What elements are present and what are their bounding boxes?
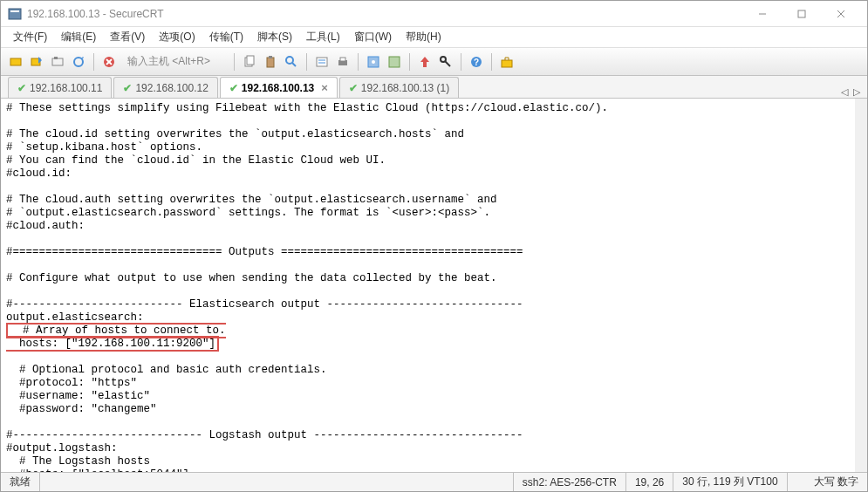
- copy-icon[interactable]: [240, 52, 259, 72]
- statusbar: 就绪 ssh2: AES-256-CTR 19, 26 30 行, 119 列 …: [1, 472, 867, 491]
- toolbar-separator: [93, 53, 94, 71]
- tab-prev-icon[interactable]: ◁: [841, 86, 848, 98]
- menubar: 文件(F) 编辑(E) 查看(V) 选项(O) 传输(T) 脚本(S) 工具(L…: [1, 27, 867, 48]
- sftp-icon[interactable]: [497, 52, 516, 72]
- reconnect-icon[interactable]: [69, 52, 88, 72]
- status-caps: 大写 数字: [805, 473, 867, 491]
- status-cursor-pos: 19, 26: [626, 473, 673, 491]
- menu-window[interactable]: 窗口(W): [349, 28, 397, 46]
- close-button[interactable]: [821, 2, 860, 26]
- svg-rect-27: [389, 57, 400, 67]
- titlebar: 192.168.100.13 - SecureCRT: [1, 1, 867, 27]
- window-controls: [742, 2, 860, 26]
- disconnect-icon[interactable]: [99, 52, 119, 72]
- window-title: 192.168.100.13 - SecureCRT: [27, 8, 742, 20]
- properties-icon[interactable]: [312, 52, 331, 72]
- toolbar-separator: [358, 53, 359, 71]
- options-icon[interactable]: [364, 52, 383, 72]
- svg-rect-17: [269, 56, 272, 58]
- status-spacer: [40, 473, 514, 491]
- print-icon[interactable]: [333, 52, 352, 72]
- tab-session-3[interactable]: ✔192.168.100.13×: [220, 77, 338, 98]
- highlighted-hosts: # Array of hosts to connect to. hosts: […: [6, 323, 226, 352]
- menu-help[interactable]: 帮助(H): [400, 28, 447, 46]
- toolbar-separator: [306, 53, 307, 71]
- menu-view[interactable]: 查看(V): [105, 28, 150, 46]
- svg-text:?: ?: [474, 58, 479, 67]
- maximize-button[interactable]: [782, 2, 821, 26]
- svg-rect-3: [798, 10, 805, 17]
- status-size: 30 行, 119 列 VT100: [673, 473, 787, 491]
- tab-session-4[interactable]: ✔192.168.100.13 (1): [339, 77, 459, 98]
- quick-connect-icon[interactable]: [27, 52, 46, 72]
- app-icon: [8, 7, 22, 21]
- tab-label: 192.168.100.11: [30, 82, 102, 94]
- toolbar-separator: [461, 53, 461, 71]
- check-icon: ✔: [229, 82, 238, 94]
- minimize-button[interactable]: [742, 2, 782, 26]
- host-input[interactable]: 输入主机 <Alt+R>: [124, 52, 229, 71]
- check-icon: ✔: [349, 82, 358, 94]
- check-icon: ✔: [17, 82, 26, 94]
- terminal[interactable]: # These settings simplify using Filebeat…: [1, 99, 867, 472]
- tab-nav: ◁ ▷: [841, 86, 860, 98]
- session-options-icon[interactable]: [385, 52, 404, 72]
- svg-line-19: [292, 63, 296, 66]
- svg-rect-20: [317, 58, 327, 66]
- svg-rect-28: [423, 62, 427, 67]
- close-icon[interactable]: ×: [321, 81, 328, 94]
- menu-script[interactable]: 脚本(S): [252, 28, 297, 46]
- help-icon[interactable]: ?: [467, 52, 486, 72]
- tabbar: ✔192.168.100.11 ✔192.168.100.12 ✔192.168…: [1, 76, 867, 99]
- toolbar-separator: [234, 53, 235, 71]
- tab-session-1[interactable]: ✔192.168.100.11: [8, 77, 112, 98]
- svg-point-26: [372, 60, 375, 64]
- toolbar-separator: [491, 53, 492, 71]
- toolbar-separator: [409, 53, 410, 71]
- watermark: [788, 473, 805, 491]
- menu-tools[interactable]: 工具(L): [301, 28, 345, 46]
- key-icon[interactable]: [436, 52, 455, 72]
- tab-label: 192.168.100.13 (1): [361, 82, 449, 94]
- tab-label: 192.168.100.13: [242, 82, 314, 94]
- svg-rect-6: [10, 58, 21, 65]
- svg-rect-24: [340, 58, 345, 61]
- tab-next-icon[interactable]: ▷: [853, 86, 860, 98]
- check-icon: ✔: [123, 82, 132, 94]
- toolbar: 输入主机 <Alt+R> ?: [1, 48, 867, 76]
- svg-rect-9: [54, 57, 58, 59]
- svg-rect-8: [52, 58, 63, 65]
- menu-options[interactable]: 选项(O): [154, 28, 200, 46]
- xmodem-icon[interactable]: [415, 52, 434, 72]
- status-ready: 就绪: [1, 473, 40, 491]
- svg-point-18: [286, 57, 293, 64]
- paste-icon[interactable]: [261, 52, 280, 72]
- menu-file[interactable]: 文件(F): [8, 28, 52, 46]
- tab-label: 192.168.100.12: [135, 82, 208, 94]
- svg-rect-0: [9, 9, 21, 19]
- svg-rect-1: [10, 10, 19, 12]
- status-connection: ssh2: AES-256-CTR: [514, 473, 626, 491]
- svg-rect-33: [502, 60, 512, 67]
- menu-transfer[interactable]: 传输(T): [204, 28, 249, 46]
- connect-icon[interactable]: [6, 52, 25, 72]
- svg-line-30: [445, 61, 450, 66]
- menu-edit[interactable]: 编辑(E): [56, 28, 101, 46]
- svg-rect-16: [267, 58, 274, 67]
- tab-session-2[interactable]: ✔192.168.100.12: [113, 77, 217, 98]
- connect-tab-icon[interactable]: [48, 52, 67, 72]
- svg-rect-15: [247, 56, 254, 65]
- find-icon[interactable]: [282, 52, 301, 72]
